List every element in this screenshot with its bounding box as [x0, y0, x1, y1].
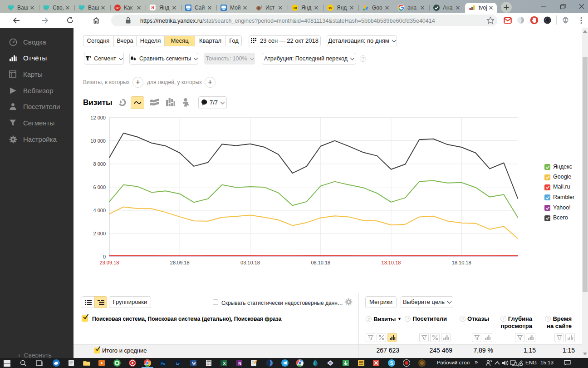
svg-text:8 000: 8 000	[93, 161, 106, 167]
svg-text:28.09.18: 28.09.18	[170, 260, 190, 265]
svg-text:SP: SP	[116, 6, 120, 10]
svg-text:10: 10	[293, 6, 297, 10]
svg-text:Ps: Ps	[161, 362, 165, 366]
svg-text:08.10.18: 08.10.18	[311, 260, 330, 265]
svg-text:10: 10	[328, 6, 332, 10]
svg-text:23.09.18: 23.09.18	[100, 260, 119, 265]
svg-text:10 000: 10 000	[90, 138, 106, 144]
svg-text:4 000: 4 000	[93, 208, 106, 213]
svg-text:18.10.18: 18.10.18	[452, 260, 471, 265]
svg-text:W: W	[192, 361, 196, 366]
svg-text:03.10.18: 03.10.18	[240, 260, 260, 265]
svg-text:12 000: 12 000	[90, 115, 106, 120]
svg-text:Я: Я	[151, 5, 154, 10]
svg-text:N: N	[238, 361, 241, 366]
svg-text:0: 0	[103, 254, 106, 259]
svg-text:2 000: 2 000	[93, 231, 106, 236]
svg-text:X: X	[223, 361, 225, 366]
svg-text:6 000: 6 000	[93, 184, 106, 190]
svg-text:13.10.18: 13.10.18	[382, 260, 401, 265]
svg-text:S: S	[390, 361, 393, 366]
svg-text:Lr: Lr	[176, 362, 179, 366]
